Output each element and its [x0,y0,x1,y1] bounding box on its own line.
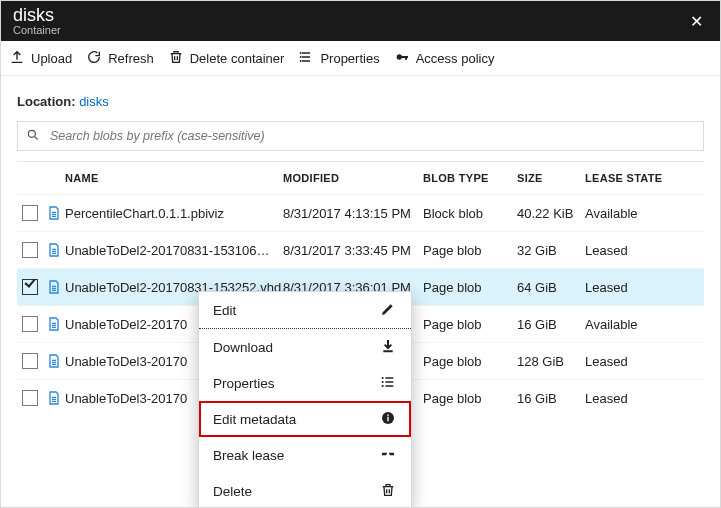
file-icon [43,316,65,332]
upload-icon [9,49,25,68]
access-policy-label: Access policy [416,51,495,66]
cell-blob-type: Page blob [423,317,517,332]
col-lease-state[interactable]: LEASE STATE [585,172,675,184]
search-box[interactable] [17,121,704,151]
cell-lease-state: Available [585,206,675,221]
ctx-properties-label: Properties [213,376,275,391]
cell-size: 64 GiB [517,280,585,295]
header-bar: disks Container ✕ [1,1,720,41]
location-label: Location: [17,94,76,109]
context-menu: Edit Download Properties Edit metadata B… [198,291,412,508]
ctx-download-label: Download [213,340,273,355]
file-icon [43,242,65,258]
svg-point-4 [28,130,35,137]
delete-container-button[interactable]: Delete container [168,49,285,68]
ctx-edit-metadata-label: Edit metadata [213,412,296,427]
svg-rect-9 [387,416,388,421]
cell-blob-type: Page blob [423,280,517,295]
location-link[interactable]: disks [79,94,109,109]
file-icon [43,353,65,369]
cell-blob-type: Page blob [423,354,517,369]
row-checkbox[interactable] [22,390,38,406]
ctx-delete[interactable]: Delete [199,473,411,508]
row-checkbox[interactable] [22,242,38,258]
file-icon [43,390,65,406]
row-checkbox[interactable] [22,316,38,332]
cell-lease-state: Available [585,317,675,332]
row-checkbox[interactable] [22,205,38,221]
cell-size: 128 GiB [517,354,585,369]
upload-label: Upload [31,51,72,66]
cell-lease-state: Leased [585,243,675,258]
search-input[interactable] [48,128,703,144]
trash-icon [168,49,184,68]
cell-size: 32 GiB [517,243,585,258]
table-row[interactable]: UnableToDel2-20170831-153106.vhd 8/31/20… [17,231,704,268]
table-row[interactable]: PercentileChart.0.1.1.pbiviz 8/31/2017 4… [17,194,704,231]
ctx-edit[interactable]: Edit [199,292,411,329]
row-checkbox[interactable] [22,279,38,295]
ctx-delete-label: Delete [213,484,252,499]
file-icon [43,205,65,221]
trash-icon [379,482,397,501]
page-title: disks [13,6,61,24]
cell-modified: 8/31/2017 3:33:45 PM [283,243,423,258]
cell-blob-type: Page blob [423,243,517,258]
cell-size: 16 GiB [517,317,585,332]
properties-button[interactable]: Properties [298,49,379,68]
name-head: UnableToDel2-20170831-153106 [65,243,270,258]
pencil-icon [379,301,397,320]
ctx-break-lease-label: Break lease [213,448,284,463]
close-icon: ✕ [690,13,703,30]
svg-point-6 [382,380,384,382]
delete-container-label: Delete container [190,51,285,66]
cell-blob-type: Page blob [423,391,517,406]
cell-lease-state: Leased [585,280,675,295]
ctx-properties[interactable]: Properties [199,365,411,401]
svg-point-0 [300,52,302,54]
table-header: NAME MODIFIED BLOB TYPE SIZE LEASE STATE [17,161,704,194]
col-size[interactable]: SIZE [517,172,585,184]
location-bar: Location: disks [1,76,720,121]
properties-icon [298,49,314,68]
refresh-label: Refresh [108,51,154,66]
ctx-edit-label: Edit [213,303,236,318]
svg-point-7 [382,384,384,386]
cell-name: UnableToDel2-20170831-153106.vhd [65,241,283,260]
cell-name: PercentileChart.0.1.1.pbiviz [65,206,283,221]
svg-point-1 [300,56,302,58]
toolbar: Upload Refresh Delete container Properti… [1,41,720,76]
list-icon [379,374,397,393]
close-button[interactable]: ✕ [684,12,708,31]
break-icon [379,446,397,465]
cell-size: 40.22 KiB [517,206,585,221]
search-icon [18,128,48,145]
svg-point-3 [396,54,401,59]
svg-point-5 [382,376,384,378]
file-icon [43,279,65,295]
cell-lease-state: Leased [585,354,675,369]
cell-modified: 8/31/2017 4:13:15 PM [283,206,423,221]
page-subtitle: Container [13,24,61,36]
ctx-download[interactable]: Download [199,329,411,365]
cell-lease-state: Leased [585,391,675,406]
ctx-break-lease[interactable]: Break lease [199,437,411,473]
upload-button[interactable]: Upload [9,49,72,68]
row-checkbox[interactable] [22,353,38,369]
ctx-edit-metadata[interactable]: Edit metadata [199,401,411,437]
col-name[interactable]: NAME [65,172,283,184]
cell-blob-type: Block blob [423,206,517,221]
col-blob-type[interactable]: BLOB TYPE [423,172,517,184]
key-icon [394,49,410,68]
access-policy-button[interactable]: Access policy [394,49,495,68]
download-icon [379,338,397,357]
refresh-icon [86,49,102,68]
properties-label: Properties [320,51,379,66]
svg-point-10 [387,414,389,416]
col-modified[interactable]: MODIFIED [283,172,423,184]
info-icon [379,410,397,429]
cell-size: 16 GiB [517,391,585,406]
svg-point-2 [300,60,302,62]
refresh-button[interactable]: Refresh [86,49,154,68]
